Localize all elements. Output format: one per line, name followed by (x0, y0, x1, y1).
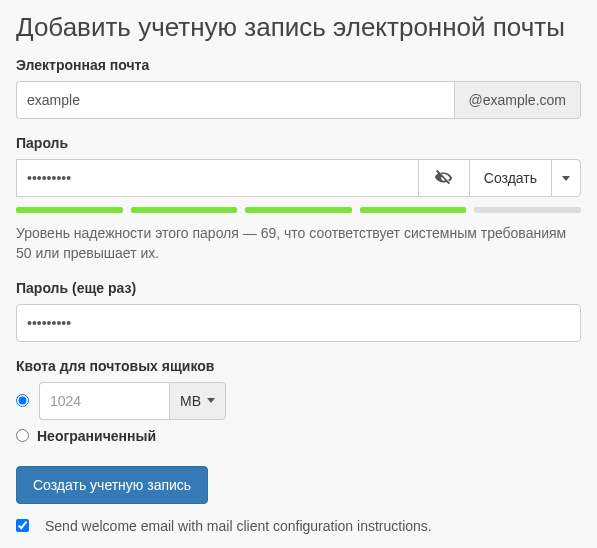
welcome-email-row: Send welcome email with mail client conf… (16, 518, 581, 534)
password-strength-text: Уровень надежности этого пароля — 69, чт… (16, 223, 581, 264)
password-field-group: Пароль Создать Уровень надежности этого … (16, 135, 581, 264)
quota-label: Квота для почтовых ящиков (16, 358, 581, 374)
password-label: Пароль (16, 135, 581, 151)
strength-segment (131, 207, 238, 213)
eye-off-icon (433, 167, 455, 189)
password-confirm-input[interactable] (16, 304, 581, 342)
welcome-email-checkbox[interactable] (16, 519, 29, 532)
password-input[interactable] (16, 159, 418, 197)
chevron-down-icon (562, 176, 570, 181)
email-field-group: Электронная почта @example.com (16, 57, 581, 119)
password-confirm-label: Пароль (еще раз) (16, 280, 581, 296)
quota-field-group: Квота для почтовых ящиков MB Неограничен… (16, 358, 581, 444)
quota-unit-label: MB (180, 393, 201, 409)
strength-segment (245, 207, 352, 213)
quota-fixed-radio[interactable] (16, 394, 29, 407)
password-strength-meter (16, 207, 581, 213)
strength-segment (360, 207, 467, 213)
password-confirm-field-group: Пароль (еще раз) (16, 280, 581, 342)
chevron-down-icon (207, 398, 215, 403)
quota-fixed-row: MB (16, 382, 581, 420)
quota-unlimited-label: Неограниченный (37, 428, 156, 444)
strength-segment (16, 207, 123, 213)
quota-value-input[interactable] (39, 382, 169, 420)
email-input-row: @example.com (16, 81, 581, 119)
password-options-dropdown-button[interactable] (551, 159, 581, 197)
email-input[interactable] (16, 81, 454, 119)
strength-segment (474, 207, 581, 213)
email-domain-suffix: @example.com (454, 81, 581, 119)
generate-password-button[interactable]: Создать (469, 159, 551, 197)
quota-value-group: MB (39, 382, 226, 420)
email-label: Электронная почта (16, 57, 581, 73)
toggle-password-visibility-button[interactable] (418, 159, 469, 197)
page-title: Добавить учетную запись электронной почт… (16, 12, 581, 43)
quota-unlimited-radio[interactable] (16, 429, 29, 442)
quota-unit-dropdown-button[interactable]: MB (169, 382, 226, 420)
create-account-button[interactable]: Создать учетную запись (16, 466, 208, 504)
quota-unlimited-row: Неограниченный (16, 428, 581, 444)
password-input-row: Создать (16, 159, 581, 197)
welcome-email-label: Send welcome email with mail client conf… (45, 518, 432, 534)
